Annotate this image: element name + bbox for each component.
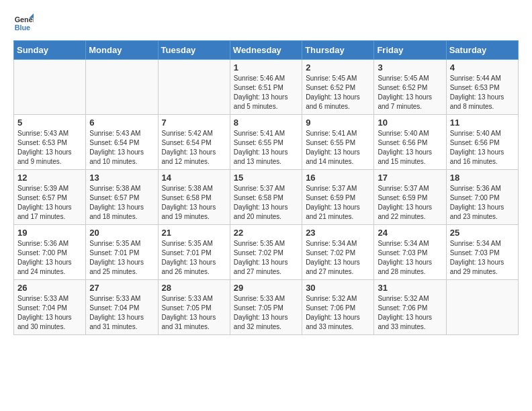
day-number: 1 [234,62,298,73]
day-header-monday: Monday [86,41,158,60]
day-number: 22 [234,228,298,238]
day-info: Sunrise: 5:34 AM Sunset: 7:03 PM Dayligh… [378,239,442,277]
day-header-row: SundayMondayTuesdayWednesdayThursdayFrid… [14,41,519,60]
day-info: Sunrise: 5:45 AM Sunset: 6:52 PM Dayligh… [378,74,442,111]
calendar-cell: 23Sunrise: 5:34 AM Sunset: 7:02 PM Dayli… [302,225,374,280]
calendar-cell: 25Sunrise: 5:34 AM Sunset: 7:03 PM Dayli… [446,225,518,280]
calendar-cell: 3Sunrise: 5:45 AM Sunset: 6:52 PM Daylig… [374,60,446,115]
day-number: 13 [89,173,154,183]
calendar-cell: 16Sunrise: 5:37 AM Sunset: 6:59 PM Dayli… [302,170,374,225]
day-info: Sunrise: 5:41 AM Sunset: 6:55 PM Dayligh… [306,129,370,167]
day-info: Sunrise: 5:35 AM Sunset: 7:02 PM Dayligh… [234,239,298,277]
day-info: Sunrise: 5:46 AM Sunset: 6:51 PM Dayligh… [234,74,298,111]
day-number: 30 [306,283,370,293]
day-info: Sunrise: 5:36 AM Sunset: 7:00 PM Dayligh… [17,239,82,277]
day-info: Sunrise: 5:42 AM Sunset: 6:54 PM Dayligh… [162,129,226,167]
calendar-cell: 8Sunrise: 5:41 AM Sunset: 6:55 PM Daylig… [230,115,302,170]
day-header-sunday: Sunday [14,41,86,60]
calendar-cell: 10Sunrise: 5:40 AM Sunset: 6:56 PM Dayli… [374,115,446,170]
day-number: 14 [162,173,226,183]
day-info: Sunrise: 5:45 AM Sunset: 6:52 PM Dayligh… [306,74,370,111]
day-info: Sunrise: 5:33 AM Sunset: 7:05 PM Dayligh… [234,294,298,332]
day-info: Sunrise: 5:40 AM Sunset: 6:56 PM Dayligh… [378,129,442,167]
day-number: 15 [234,173,298,183]
calendar-cell: 14Sunrise: 5:38 AM Sunset: 6:58 PM Dayli… [158,170,230,225]
calendar-cell: 9Sunrise: 5:41 AM Sunset: 6:55 PM Daylig… [302,115,374,170]
day-number: 10 [378,118,442,128]
day-number: 28 [162,283,226,293]
day-number: 17 [378,173,442,183]
day-info: Sunrise: 5:34 AM Sunset: 7:03 PM Dayligh… [450,239,515,277]
calendar-cell: 7Sunrise: 5:42 AM Sunset: 6:54 PM Daylig… [158,115,230,170]
day-header-saturday: Saturday [446,41,518,60]
calendar-cell: 18Sunrise: 5:36 AM Sunset: 7:00 PM Dayli… [446,170,518,225]
day-number: 23 [306,228,370,238]
calendar-cell: 19Sunrise: 5:36 AM Sunset: 7:00 PM Dayli… [14,225,86,280]
day-header-wednesday: Wednesday [230,41,302,60]
day-number: 20 [89,228,154,238]
calendar-cell: 1Sunrise: 5:46 AM Sunset: 6:51 PM Daylig… [230,60,302,115]
day-info: Sunrise: 5:38 AM Sunset: 6:58 PM Dayligh… [162,184,226,222]
day-number: 25 [450,228,515,238]
calendar-header: SundayMondayTuesdayWednesdayThursdayFrid… [14,41,519,60]
calendar-cell: 15Sunrise: 5:37 AM Sunset: 6:58 PM Dayli… [230,170,302,225]
day-number: 9 [306,118,370,128]
svg-text:Blue: Blue [15,24,30,32]
logo: General Blue [13,13,36,34]
day-number: 8 [234,118,298,128]
calendar-cell [86,60,158,115]
day-info: Sunrise: 5:40 AM Sunset: 6:56 PM Dayligh… [450,129,515,167]
day-number: 6 [89,118,154,128]
day-info: Sunrise: 5:38 AM Sunset: 6:57 PM Dayligh… [89,184,154,222]
day-number: 24 [378,228,442,238]
day-number: 7 [162,118,226,128]
calendar-cell: 31Sunrise: 5:32 AM Sunset: 7:06 PM Dayli… [374,280,446,335]
day-info: Sunrise: 5:37 AM Sunset: 6:59 PM Dayligh… [306,184,370,222]
calendar-cell: 26Sunrise: 5:33 AM Sunset: 7:04 PM Dayli… [14,280,86,335]
day-info: Sunrise: 5:34 AM Sunset: 7:02 PM Dayligh… [306,239,370,277]
page-header: General Blue [13,13,519,34]
day-header-friday: Friday [374,41,446,60]
calendar-cell: 29Sunrise: 5:33 AM Sunset: 7:05 PM Dayli… [230,280,302,335]
week-row-2: 5Sunrise: 5:43 AM Sunset: 6:53 PM Daylig… [14,115,519,170]
day-number: 3 [378,62,442,73]
calendar-cell: 20Sunrise: 5:35 AM Sunset: 7:01 PM Dayli… [86,225,158,280]
calendar-table: SundayMondayTuesdayWednesdayThursdayFrid… [13,40,519,335]
day-info: Sunrise: 5:37 AM Sunset: 6:59 PM Dayligh… [378,184,442,222]
day-info: Sunrise: 5:36 AM Sunset: 7:00 PM Dayligh… [450,184,515,222]
calendar-cell: 2Sunrise: 5:45 AM Sunset: 6:52 PM Daylig… [302,60,374,115]
week-row-1: 1Sunrise: 5:46 AM Sunset: 6:51 PM Daylig… [14,60,519,115]
day-info: Sunrise: 5:33 AM Sunset: 7:04 PM Dayligh… [17,294,82,332]
calendar-cell: 4Sunrise: 5:44 AM Sunset: 6:53 PM Daylig… [446,60,518,115]
calendar-cell [446,280,518,335]
calendar-cell: 24Sunrise: 5:34 AM Sunset: 7:03 PM Dayli… [374,225,446,280]
calendar-cell: 17Sunrise: 5:37 AM Sunset: 6:59 PM Dayli… [374,170,446,225]
calendar-cell: 5Sunrise: 5:43 AM Sunset: 6:53 PM Daylig… [14,115,86,170]
week-row-4: 19Sunrise: 5:36 AM Sunset: 7:00 PM Dayli… [14,225,519,280]
day-info: Sunrise: 5:37 AM Sunset: 6:58 PM Dayligh… [234,184,298,222]
day-info: Sunrise: 5:43 AM Sunset: 6:53 PM Dayligh… [17,129,82,167]
day-info: Sunrise: 5:35 AM Sunset: 7:01 PM Dayligh… [162,239,226,277]
day-number: 16 [306,173,370,183]
calendar-body: 1Sunrise: 5:46 AM Sunset: 6:51 PM Daylig… [14,60,519,335]
calendar-cell: 13Sunrise: 5:38 AM Sunset: 6:57 PM Dayli… [86,170,158,225]
day-header-thursday: Thursday [302,41,374,60]
calendar-cell: 11Sunrise: 5:40 AM Sunset: 6:56 PM Dayli… [446,115,518,170]
day-info: Sunrise: 5:33 AM Sunset: 7:04 PM Dayligh… [89,294,154,332]
day-number: 18 [450,173,515,183]
calendar-cell: 27Sunrise: 5:33 AM Sunset: 7:04 PM Dayli… [86,280,158,335]
day-info: Sunrise: 5:44 AM Sunset: 6:53 PM Dayligh… [450,74,515,111]
calendar-cell [14,60,86,115]
day-info: Sunrise: 5:33 AM Sunset: 7:05 PM Dayligh… [162,294,226,332]
calendar-cell: 12Sunrise: 5:39 AM Sunset: 6:57 PM Dayli… [14,170,86,225]
day-header-tuesday: Tuesday [158,41,230,60]
day-number: 31 [378,283,442,293]
day-info: Sunrise: 5:41 AM Sunset: 6:55 PM Dayligh… [234,129,298,167]
day-number: 29 [234,283,298,293]
day-number: 11 [450,118,515,128]
day-number: 5 [17,118,82,128]
calendar-cell [158,60,230,115]
day-number: 12 [17,173,82,183]
calendar-cell: 21Sunrise: 5:35 AM Sunset: 7:01 PM Dayli… [158,225,230,280]
day-number: 26 [17,283,82,293]
